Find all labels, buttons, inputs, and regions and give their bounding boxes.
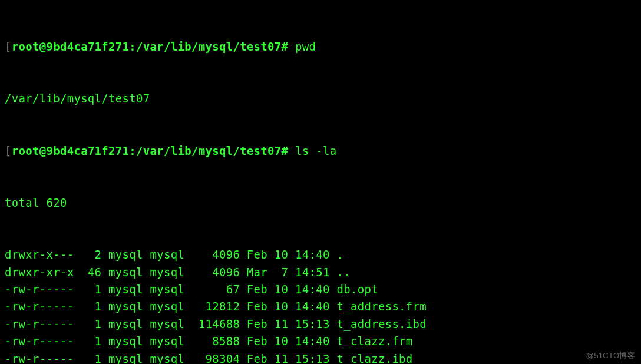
ls-row: -rw-r----- 1 mysql mysql 114688 Feb 11 1… [5,316,636,333]
ls-row: -rw-r----- 1 mysql mysql 12812 Feb 10 14… [5,298,636,315]
bracket-l: [ [5,40,12,53]
ls-output: drwxr-x--- 2 mysql mysql 4096 Feb 10 14:… [5,246,636,364]
ls-row: -rw-r----- 1 mysql mysql 67 Feb 10 14:40… [5,281,636,298]
terminal[interactable]: [root@9bd4ca71f271:/var/lib/mysql/test07… [5,4,636,364]
ls-row: -rw-r----- 1 mysql mysql 8588 Feb 10 14:… [5,333,636,350]
shell-prompt: root@9bd4ca71f271:/var/lib/mysql/test07# [12,144,289,157]
ls-row: drwxr-x--- 2 mysql mysql 4096 Feb 10 14:… [5,246,636,263]
prompt-line-1: [root@9bd4ca71f271:/var/lib/mysql/test07… [5,38,636,55]
command-pwd: pwd [288,40,316,53]
prompt-line-2: [root@9bd4ca71f271:/var/lib/mysql/test07… [5,143,636,160]
shell-prompt: root@9bd4ca71f271:/var/lib/mysql/test07# [12,40,289,53]
watermark: @51CTO博客 [586,350,635,362]
ls-row: drwxr-xr-x 46 mysql mysql 4096 Mar 7 14:… [5,264,636,281]
pwd-output: /var/lib/mysql/test07 [5,90,636,107]
command-ls: ls -la [288,144,336,157]
ls-row: -rw-r----- 1 mysql mysql 98304 Feb 11 15… [5,350,636,364]
bracket-l: [ [5,144,12,157]
total-line: total 620 [5,194,636,211]
